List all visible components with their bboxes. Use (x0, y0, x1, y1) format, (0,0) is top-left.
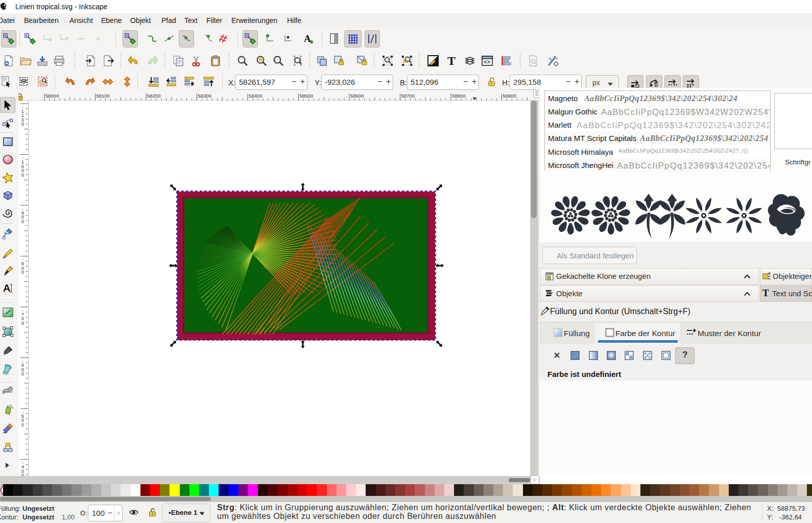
svg-text:0: 0 (21, 371, 24, 376)
svg-text:58800: 58800 (452, 93, 465, 99)
svg-text:T: T (447, 55, 456, 67)
svg-text:58200: 58200 (147, 93, 160, 99)
svg-text:58000: 58000 (45, 93, 59, 99)
svg-text:<>: <> (484, 59, 490, 65)
svg-text:58300: 58300 (198, 93, 211, 99)
svg-text:0: 0 (21, 422, 24, 427)
svg-text:58100: 58100 (97, 93, 110, 99)
svg-text:58900: 58900 (503, 93, 516, 99)
svg-text:58600: 58600 (350, 93, 364, 99)
svg-text:0: 0 (21, 320, 24, 326)
svg-text:0: 0 (21, 121, 24, 127)
svg-text:58700: 58700 (401, 93, 415, 99)
svg-text:0: 0 (21, 172, 24, 178)
svg-text:0: 0 (21, 269, 24, 275)
svg-text:A: A (304, 33, 311, 44)
svg-text:0: 0 (21, 472, 24, 476)
svg-text:58400: 58400 (249, 93, 262, 99)
svg-text:0: 0 (21, 219, 24, 224)
svg-text:58500: 58500 (300, 93, 313, 99)
svg-text:A: A (3, 282, 11, 294)
